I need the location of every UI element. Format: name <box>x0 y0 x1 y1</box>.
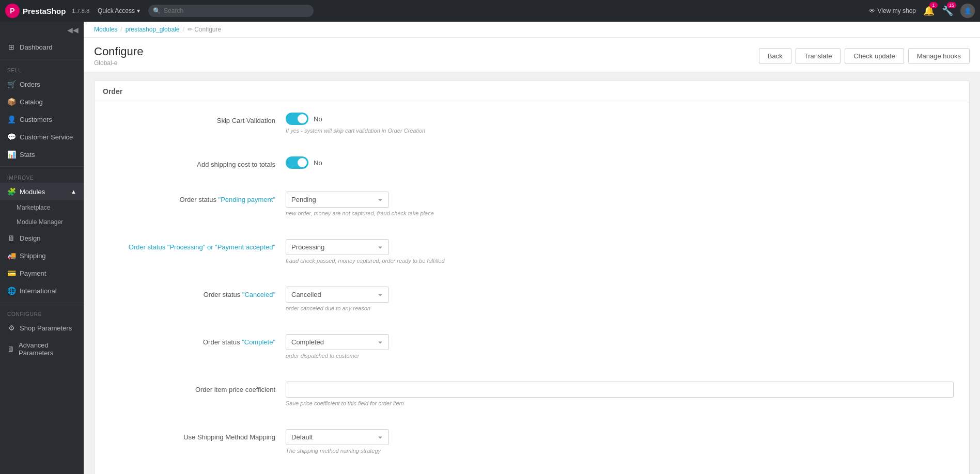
sidebar-item-modules[interactable]: 🧩 Modules ▲ <box>0 183 84 200</box>
field-control-status-pending: Pending Awaiting payment Payment accepte… <box>286 192 954 216</box>
search-icon: 🔍 <box>153 7 161 14</box>
check-update-button[interactable]: Check update <box>845 48 904 64</box>
hint-status-processing: fraud check passed, money captured, orde… <box>286 258 954 264</box>
sidebar-collapse-button[interactable]: ◀◀ <box>0 22 84 38</box>
sidebar-section-configure: CONFIGURE <box>0 306 84 319</box>
sidebar-item-stats[interactable]: 📊 Stats <box>0 146 84 163</box>
sidebar: ◀◀ ⊞ Dashboard SELL 🛒 Orders 📦 Catalog 👤… <box>0 22 84 474</box>
advanced-parameters-icon: 🖥 <box>7 345 14 353</box>
stats-icon: 📊 <box>7 150 15 159</box>
page-subtitle: Global-e <box>94 59 143 67</box>
toggle-value-add-shipping: No <box>314 159 322 167</box>
breadcrumb-globale[interactable]: prestashop_globale <box>126 26 180 33</box>
back-button[interactable]: Back <box>759 48 791 64</box>
field-control-skip-cart: No If yes - system will skip cart valida… <box>286 113 954 134</box>
sidebar-section-sell: SELL <box>0 62 84 75</box>
select-status-canceled[interactable]: Pending Awaiting payment Payment accepte… <box>286 287 389 303</box>
top-nav-right: 👁 View my shop 🔔 1 🔧 15 👤 <box>869 4 975 18</box>
sidebar-section-improve: IMPROVE <box>0 170 84 183</box>
label-colored-complete: "Complete" <box>242 338 275 346</box>
sidebar-item-label: Shipping <box>20 252 46 260</box>
view-shop-link[interactable]: 👁 View my shop <box>869 7 916 14</box>
chevron-down-icon: ▾ <box>137 7 140 14</box>
sidebar-item-label: Advanced Parameters <box>19 341 76 357</box>
sidebar-item-marketplace[interactable]: Marketplace <box>0 200 84 215</box>
sidebar-item-shop-parameters[interactable]: ⚙ Shop Parameters <box>0 319 84 337</box>
customers-icon: 👤 <box>7 115 15 123</box>
sidebar-item-label: Stats <box>20 151 35 159</box>
sidebar-sub-label: Module Manager <box>17 218 63 226</box>
eye-icon: 👁 <box>869 7 875 14</box>
page-title: Configure <box>94 45 143 58</box>
logo[interactable]: P PrestaShop <box>5 4 66 18</box>
hint-status-pending: new order, money are not captured, fraud… <box>286 210 954 216</box>
label-colored-canceled: "Canceled" <box>242 291 275 298</box>
field-label-status-pending: Order status "Pending payment" <box>110 192 286 203</box>
hint-status-complete: order dispatched to customer <box>286 353 954 359</box>
breadcrumb-sep-2: / <box>182 26 184 33</box>
shop-parameters-icon: ⚙ <box>7 324 15 332</box>
top-nav: P PrestaShop 1.7.8.8 Quick Access ▾ 🔍 👁 … <box>0 0 980 22</box>
select-status-processing[interactable]: Pending Awaiting payment Payment accepte… <box>286 239 389 255</box>
sidebar-item-advanced-parameters[interactable]: 🖥 Advanced Parameters <box>0 337 84 361</box>
sidebar-item-label: Dashboard <box>20 43 53 51</box>
field-status-pending: Order status "Pending payment" Pending A… <box>110 192 954 227</box>
sidebar-item-label: Customer Service <box>20 133 73 141</box>
breadcrumb-modules[interactable]: Modules <box>94 26 117 33</box>
modules-icon: 🧩 <box>7 187 15 196</box>
sidebar-item-payment[interactable]: 💳 Payment <box>0 264 84 282</box>
page-header: Configure Global-e Back Translate Check … <box>84 38 980 72</box>
select-status-complete[interactable]: Pending Awaiting payment Payment accepte… <box>286 334 389 350</box>
sidebar-item-international[interactable]: 🌐 International <box>0 282 84 299</box>
content-area: Order Skip Cart Validation No <box>84 72 980 474</box>
updates-button[interactable]: 🔧 15 <box>942 5 953 17</box>
field-shipping-method-mapping: Use Shipping Method Mapping Default Cust… <box>110 429 954 464</box>
input-price-coefficient[interactable] <box>286 382 954 398</box>
dashboard-icon: ⊞ <box>7 43 15 51</box>
quick-access-button[interactable]: Quick Access ▾ <box>98 7 140 14</box>
translate-button[interactable]: Translate <box>796 48 841 64</box>
manage-hooks-button[interactable]: Manage hooks <box>908 48 970 64</box>
field-label-status-processing: Order status "Processing" or "Payment ac… <box>110 239 286 251</box>
sidebar-item-design[interactable]: 🖥 Design <box>0 229 84 247</box>
sidebar-item-label: Catalog <box>20 98 43 106</box>
sidebar-item-orders[interactable]: 🛒 Orders <box>0 75 84 93</box>
sidebar-item-customer-service[interactable]: 💬 Customer Service <box>0 128 84 146</box>
toggle-slider-add-shipping <box>286 156 308 169</box>
notifications-button[interactable]: 🔔 1 <box>923 5 935 17</box>
sidebar-item-shipping[interactable]: 🚚 Shipping <box>0 247 84 264</box>
sidebar-item-label: Modules <box>20 188 45 196</box>
field-control-status-processing: Pending Awaiting payment Payment accepte… <box>286 239 954 264</box>
select-shipping-method[interactable]: Default Custom <box>286 429 389 445</box>
field-status-canceled: Order status "Canceled" Pending Awaiting… <box>110 287 954 322</box>
field-status-processing: Order status "Processing" or "Payment ac… <box>110 239 954 274</box>
search-input[interactable] <box>148 5 314 17</box>
toggle-wrap-add-shipping: No <box>286 156 954 169</box>
breadcrumb-sep-1: / <box>120 26 122 33</box>
label-colored-pending: "Pending payment" <box>219 196 275 203</box>
toggle-value-skip-cart: No <box>314 115 322 123</box>
avatar[interactable]: 👤 <box>960 4 975 18</box>
card-header: Order <box>95 81 969 102</box>
toggle-add-shipping[interactable] <box>286 156 308 169</box>
design-icon: 🖥 <box>7 234 15 242</box>
sidebar-item-dashboard[interactable]: ⊞ Dashboard <box>0 38 84 56</box>
chevron-up-icon: ▲ <box>71 188 76 195</box>
field-label-add-shipping: Add shipping cost to totals <box>110 156 286 168</box>
sidebar-item-catalog[interactable]: 📦 Catalog <box>0 93 84 110</box>
field-label-price-coefficient: Order item price coefficient <box>110 382 286 393</box>
page-header-actions: Back Translate Check update Manage hooks <box>759 48 970 64</box>
sidebar-divider-3 <box>0 303 84 303</box>
hint-status-canceled: order canceled due to any reason <box>286 305 954 311</box>
select-status-pending[interactable]: Pending Awaiting payment Payment accepte… <box>286 192 389 208</box>
field-price-coefficient: Order item price coefficient Save price … <box>110 382 954 417</box>
field-control-price-coefficient: Save price coefficient to this field for… <box>286 382 954 406</box>
sidebar-item-customers[interactable]: 👤 Customers <box>0 110 84 128</box>
label-colored-processing: Order status "Processing" or "Payment ac… <box>129 243 275 251</box>
toggle-skip-cart[interactable] <box>286 113 308 125</box>
hint-skip-cart: If yes - system will skip cart validatio… <box>286 128 954 134</box>
customer-service-icon: 💬 <box>7 133 15 141</box>
order-card: Order Skip Cart Validation No <box>94 81 970 474</box>
payment-icon: 💳 <box>7 269 15 277</box>
sidebar-item-module-manager[interactable]: Module Manager <box>0 215 84 229</box>
